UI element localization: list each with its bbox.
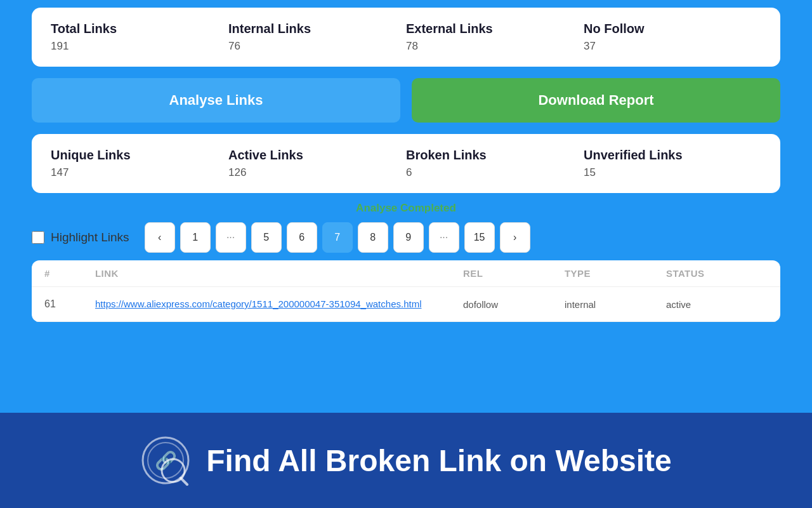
unverified-links-value: 15	[584, 166, 761, 179]
broken-links-label: Broken Links	[406, 148, 584, 163]
analyse-links-button[interactable]: Analyse Links	[32, 78, 400, 123]
unverified-links-stat: Unverified Links 15	[584, 148, 761, 179]
col-link-header: Link	[95, 268, 463, 279]
external-links-value: 78	[406, 40, 584, 53]
internal-links-value: 76	[228, 40, 406, 53]
page-6-button[interactable]: 6	[287, 222, 317, 253]
page-next-button[interactable]: ›	[500, 222, 530, 253]
link-url[interactable]: https://www.aliexpress.com/category/1511…	[95, 298, 421, 309]
row-num: 61	[44, 298, 95, 310]
table-header: # Link Rel Type Status	[32, 260, 780, 287]
highlight-links-container: Highlight Links	[32, 231, 129, 244]
broken-links-value: 6	[406, 166, 584, 179]
row-rel: dofollow	[463, 299, 565, 310]
stats-card-2: Unique Links 147 Active Links 126 Broken…	[32, 134, 780, 193]
total-links-stat: Total Links 191	[51, 22, 228, 53]
col-type-header: Type	[565, 268, 666, 279]
banner-text: Find All Broken Link on Website	[206, 443, 671, 478]
unique-links-label: Unique Links	[51, 148, 228, 163]
internal-links-label: Internal Links	[228, 22, 406, 36]
pagination-row: Highlight Links ‹ 1 ··· 5 6 7 8 9 ··· 15…	[32, 222, 780, 253]
nofollow-value: 37	[584, 40, 761, 53]
nofollow-stat: No Follow 37	[584, 22, 761, 53]
page-dots-2[interactable]: ···	[429, 222, 459, 253]
page-5-button[interactable]: 5	[251, 222, 282, 253]
broken-links-stat: Broken Links 6	[406, 148, 584, 179]
unverified-links-label: Unverified Links	[584, 148, 761, 163]
page-15-button[interactable]: 15	[464, 222, 495, 253]
page-dots-1[interactable]: ···	[216, 222, 246, 253]
row-type: internal	[565, 299, 666, 310]
unique-links-stat: Unique Links 147	[51, 148, 228, 179]
bottom-banner: 🔗 Find All Broken Link on Website	[0, 413, 812, 508]
svg-line-4	[181, 478, 187, 485]
active-links-label: Active Links	[228, 148, 406, 163]
nofollow-label: No Follow	[584, 22, 761, 36]
total-links-value: 191	[51, 40, 228, 53]
row-link[interactable]: https://www.aliexpress.com/category/1511…	[95, 298, 463, 310]
col-num-header: #	[44, 268, 95, 279]
page-7-button[interactable]: 7	[322, 222, 353, 253]
col-rel-header: Rel	[463, 268, 565, 279]
page-9-button[interactable]: 9	[393, 222, 424, 253]
row-status: active	[666, 299, 768, 310]
page-1-button[interactable]: 1	[180, 222, 211, 253]
highlight-links-label: Highlight Links	[51, 231, 129, 244]
stats-card-1: Total Links 191 Internal Links 76 Extern…	[32, 8, 780, 67]
unique-links-value: 147	[51, 166, 228, 179]
internal-links-stat: Internal Links 76	[228, 22, 406, 53]
page-prev-button[interactable]: ‹	[145, 222, 175, 253]
active-links-stat: Active Links 126	[228, 148, 406, 179]
col-status-header: Status	[666, 268, 768, 279]
external-links-stat: External Links 78	[406, 22, 584, 53]
svg-text:🔗: 🔗	[155, 450, 177, 471]
analyse-completed-status: Analyse Completed	[32, 202, 780, 215]
total-links-label: Total Links	[51, 22, 228, 36]
highlight-links-checkbox[interactable]	[32, 231, 44, 244]
page-8-button[interactable]: 8	[358, 222, 388, 253]
buttons-row: Analyse Links Download Report	[32, 78, 780, 123]
links-table: # Link Rel Type Status 61 https://www.al…	[32, 260, 780, 322]
active-links-value: 126	[228, 166, 406, 179]
broken-link-icon: 🔗	[140, 435, 191, 486]
download-report-button[interactable]: Download Report	[412, 78, 780, 123]
external-links-label: External Links	[406, 22, 584, 36]
table-row: 61 https://www.aliexpress.com/category/1…	[32, 287, 780, 322]
